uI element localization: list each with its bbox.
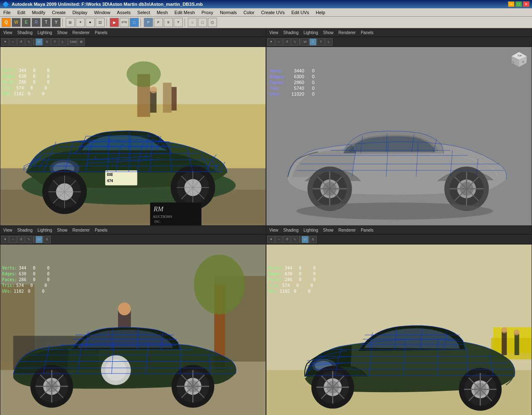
vp-br-lighting[interactable]: Lighting — [302, 227, 319, 233]
select-tool-btn[interactable]: Q — [2, 18, 11, 27]
vp-tl-wireframe[interactable]: W — [35, 38, 43, 46]
vp-tr-texture[interactable]: T — [317, 38, 325, 46]
vp-tr-shading[interactable]: Shading — [282, 30, 300, 35]
menu-mesh[interactable]: Mesh — [155, 9, 170, 16]
menu-file[interactable]: File — [2, 9, 12, 16]
vp-bl-shading[interactable]: Shading — [16, 227, 34, 233]
ipr-btn[interactable]: IPR — [120, 18, 129, 27]
snap-view-btn[interactable]: ⊡ — [96, 18, 105, 27]
vp-tr-rotate[interactable]: ↺ — [283, 38, 291, 46]
nav-cube[interactable]: TOP L R — [511, 51, 527, 68]
vp-tr-scale[interactable]: ⤡ — [291, 38, 298, 46]
menu-modify[interactable]: Modify — [30, 9, 47, 16]
vp-bl-panels[interactable]: Panels — [94, 227, 109, 233]
viewport-bottom-right[interactable]: View Shading Lighting Show Renderer Pane… — [266, 226, 532, 415]
vp-br-renderer[interactable]: Renderer — [337, 227, 357, 233]
vp-tr-view[interactable]: View — [268, 30, 280, 35]
vp-bl-wireframe[interactable]: W — [35, 236, 43, 243]
snap-point-btn[interactable]: ✦ — [86, 18, 95, 27]
display-render-btn[interactable]: □ — [130, 18, 139, 27]
universal-tool-btn[interactable]: T — [42, 18, 51, 27]
menu-edit-mesh[interactable]: Edit Mesh — [173, 9, 197, 16]
persp-btn[interactable]: P — [144, 18, 153, 27]
close-button[interactable]: × — [523, 1, 530, 7]
menu-assets[interactable]: Assets — [115, 9, 132, 16]
poly-cube-btn[interactable]: □ — [198, 18, 207, 27]
vp-tl-grid[interactable]: ⊞ — [77, 38, 85, 46]
vp-bl-show[interactable]: Show — [56, 227, 69, 233]
vp-bl-smooth[interactable]: S — [43, 236, 51, 243]
vp-tl-texture[interactable]: T — [51, 38, 59, 46]
menu-create-uvs[interactable]: Create UVs — [259, 9, 286, 16]
vp-tl-shading[interactable]: Shading — [16, 30, 34, 35]
vp-tr-lighting[interactable]: Lighting — [302, 30, 319, 35]
vp-tr-select[interactable]: ✦ — [267, 38, 275, 46]
snap-curve-btn[interactable]: ⌖ — [76, 18, 85, 27]
vp-tl-panels[interactable]: Panels — [94, 30, 109, 35]
vp-bl-select[interactable]: ✦ — [1, 236, 9, 243]
vp-bl-view[interactable]: View — [2, 227, 14, 233]
render-btn[interactable]: ▶ — [110, 18, 119, 27]
vp-br-panels[interactable]: Panels — [360, 227, 375, 233]
minimize-button[interactable]: − — [508, 1, 515, 7]
vp-tl-canvas[interactable]: OXE 474 — [0, 47, 266, 225]
vp-br-view[interactable]: View — [268, 227, 280, 233]
vp-tl-move[interactable]: ↔ — [9, 38, 17, 46]
vp-tr-smooth[interactable]: S — [309, 38, 317, 46]
vp-tl-rotate[interactable]: ↺ — [17, 38, 25, 46]
vp-tl-select[interactable]: ✦ — [1, 38, 9, 46]
show-manip-btn[interactable]: Y — [52, 18, 61, 27]
vp-tr-move[interactable]: ↔ — [275, 38, 283, 46]
vp-br-show[interactable]: Show — [322, 227, 335, 233]
menu-edit-uvs[interactable]: Edit UVs — [290, 9, 311, 16]
poly-cyl-btn[interactable]: ⌬ — [208, 18, 217, 27]
vp-tr-light[interactable]: L — [325, 38, 332, 46]
poly-sphere-btn[interactable]: ○ — [188, 18, 197, 27]
vp-tr-panels[interactable]: Panels — [360, 30, 375, 35]
vp-br-wireframe[interactable]: W — [301, 236, 309, 243]
vp-tl-scale[interactable]: ⤡ — [25, 38, 32, 46]
vp-tr-renderer[interactable]: Renderer — [337, 30, 357, 35]
menu-proxy[interactable]: Proxy — [200, 9, 215, 16]
menu-create[interactable]: Create — [50, 9, 67, 16]
viewport-bottom-left[interactable]: View Shading Lighting Show Renderer Pane… — [0, 226, 266, 415]
vp-br-shading[interactable]: Shading — [282, 227, 300, 233]
vp-tl-cam[interactable]: CAM — [69, 38, 77, 46]
vp-br-rotate[interactable]: ↺ — [283, 236, 291, 243]
menu-help[interactable]: Help — [314, 9, 327, 16]
front-btn[interactable]: F — [154, 18, 163, 27]
vp-tl-light[interactable]: L — [59, 38, 66, 46]
vp-bl-scale[interactable]: ⤡ — [25, 236, 32, 243]
vp-tr-wireframe[interactable]: W — [301, 38, 309, 46]
vp-tl-view[interactable]: View — [2, 30, 14, 35]
vp-br-smooth[interactable]: S — [309, 236, 317, 243]
vp-tl-show[interactable]: Show — [56, 30, 69, 35]
menu-normals[interactable]: Normals — [218, 9, 239, 16]
vp-bl-rotate[interactable]: ↺ — [17, 236, 25, 243]
rotate-tool-btn[interactable]: E — [22, 18, 31, 27]
top-btn[interactable]: T — [174, 18, 183, 27]
vp-br-canvas[interactable]: Verts: 344 0 0 Edges: 630 0 0 Faces: 286… — [266, 245, 532, 415]
vp-tl-renderer[interactable]: Renderer — [71, 30, 91, 35]
vp-tl-lighting[interactable]: Lighting — [36, 30, 53, 35]
viewport-top-left[interactable]: View Shading Lighting Show Renderer Pane… — [0, 28, 266, 226]
menu-edit[interactable]: Edit — [16, 9, 27, 16]
vp-tr-show[interactable]: Show — [322, 30, 335, 35]
menu-window[interactable]: Window — [92, 9, 112, 16]
vp-br-scale[interactable]: ⤡ — [291, 236, 298, 243]
vp-bl-move[interactable]: ↔ — [9, 236, 17, 243]
viewport-top-right[interactable]: View Shading Lighting Show Renderer Pane… — [266, 28, 532, 226]
side-btn[interactable]: S — [164, 18, 173, 27]
move-tool-btn[interactable]: W — [12, 18, 21, 27]
vp-bl-lighting[interactable]: Lighting — [36, 227, 53, 233]
vp-br-move[interactable]: ↔ — [275, 236, 283, 243]
vp-bl-canvas[interactable]: Verts: 344 0 0 Edges: 630 0 0 Faces: 286… — [0, 245, 266, 415]
vp-tl-smooth[interactable]: S — [43, 38, 51, 46]
vp-br-select[interactable]: ✦ — [267, 236, 275, 243]
maximize-button[interactable]: □ — [515, 1, 522, 7]
menu-select[interactable]: Select — [135, 9, 152, 16]
vp-tr-canvas[interactable]: TOP L R Verts: 344 0 0 Edges: 630 — [266, 47, 532, 225]
vp-bl-renderer[interactable]: Renderer — [71, 227, 91, 233]
menu-color[interactable]: Color — [242, 9, 256, 16]
scale-tool-btn[interactable]: R — [32, 18, 41, 27]
